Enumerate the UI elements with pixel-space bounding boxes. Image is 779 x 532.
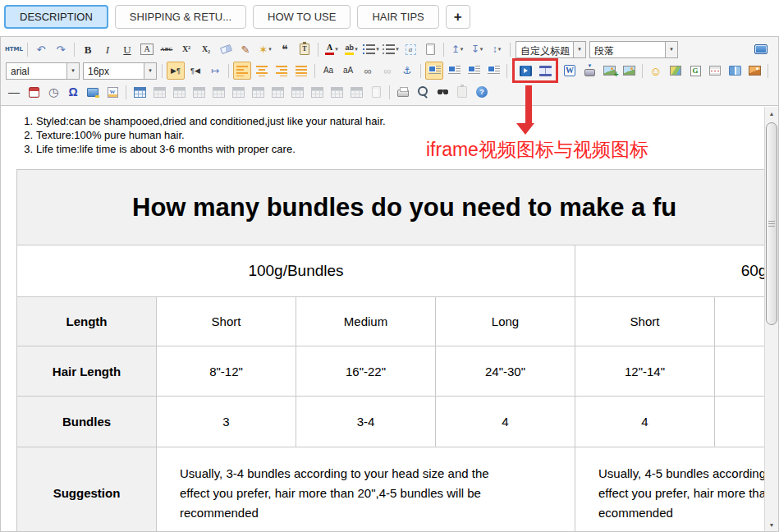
local-upload-icon[interactable] [580, 62, 598, 80]
auto-typeset-icon[interactable]: ↦ [206, 62, 224, 80]
blockquote-icon[interactable]: ❝ [276, 40, 294, 58]
table-cell[interactable]: Short [575, 297, 715, 346]
layout-columns-icon[interactable] [726, 62, 744, 80]
baidu-map-icon[interactable]: G [686, 62, 704, 80]
paragraph-spacing-top-icon[interactable]: ↥▾ [448, 40, 466, 58]
subscript-icon[interactable]: X₂ [197, 40, 215, 58]
image-map-icon[interactable] [667, 62, 685, 80]
table-cell[interactable]: 24"-30" [436, 346, 575, 397]
find-icon[interactable] [433, 83, 451, 101]
anchor-icon[interactable]: ⚓ [398, 62, 416, 80]
image-block-icon[interactable] [484, 62, 502, 80]
blank-page-icon[interactable] [421, 40, 439, 58]
rtl-icon[interactable]: ¶◀ [186, 62, 204, 80]
remote-image-icon[interactable] [745, 62, 763, 80]
table-cell[interactable]: 16"-22" [296, 346, 436, 397]
lowercase-icon[interactable]: aA [339, 62, 357, 80]
underline-icon[interactable]: U [118, 40, 136, 58]
align-center-icon[interactable] [253, 62, 271, 80]
fullscreen-icon[interactable] [752, 40, 770, 58]
ordered-list-icon[interactable]: ▾ [362, 40, 380, 58]
iframe-video-icon[interactable] [516, 62, 534, 80]
paragraph-spacing-bottom-icon[interactable]: ↧▾ [468, 40, 486, 58]
tab-shipping-retu[interactable]: SHIPPING & RETU... [115, 5, 246, 29]
batch-image-icon[interactable] [600, 62, 618, 80]
table-cell[interactable]: Medium [296, 297, 436, 346]
scrollbar-thumb[interactable] [766, 122, 777, 325]
align-left-icon[interactable] [233, 62, 251, 80]
table-cell[interactable] [715, 346, 765, 397]
remove-format-icon[interactable] [217, 40, 235, 58]
insert-table-icon[interactable] [131, 83, 149, 101]
format-painter-icon[interactable]: ✎ [236, 40, 254, 58]
editor-content[interactable]: 1.Styled:can be shampooed,dried and cond… [1, 107, 764, 531]
preview-icon[interactable] [414, 83, 432, 101]
table-cell[interactable]: 8"-12" [157, 346, 296, 397]
word-image-icon[interactable]: W [103, 83, 121, 101]
font-family-select[interactable]: arial▾ [6, 62, 80, 80]
font-style-icon[interactable]: A [138, 40, 156, 58]
font-size-select[interactable]: 16px▾ [83, 62, 157, 80]
special-char-icon[interactable]: Ω [64, 83, 82, 101]
screenshot-icon[interactable] [84, 83, 102, 101]
font-color-icon[interactable]: A▾ [323, 40, 341, 58]
align-right-icon[interactable] [273, 62, 291, 80]
page-break-icon[interactable] [706, 62, 724, 80]
table-cell[interactable]: 4 [575, 397, 715, 447]
redo-icon[interactable]: ↷ [52, 40, 70, 58]
add-tab-button[interactable]: + [446, 5, 470, 29]
table-cell[interactable]: Length [17, 297, 157, 346]
uppercase-icon[interactable]: Aa [319, 62, 337, 80]
print-icon[interactable] [394, 83, 412, 101]
content-table[interactable]: How many bundles do you need to make a f… [16, 169, 764, 531]
image-float-right-icon[interactable] [465, 62, 483, 80]
emoticon-icon[interactable]: ☺ [647, 62, 665, 80]
table-cell[interactable]: 100g/Bundles [17, 245, 575, 297]
undo-icon[interactable]: ↶ [32, 40, 50, 58]
table-cell[interactable]: Usually, 4-5 bundles according to your h… [575, 447, 765, 532]
highlight-color-icon[interactable]: ab▾ [342, 40, 360, 58]
paste-text-icon[interactable]: T [296, 40, 314, 58]
strikethrough-icon[interactable]: ABC [158, 40, 176, 58]
italic-icon[interactable]: I [99, 40, 117, 58]
table-cell[interactable]: 12"-14" [575, 346, 715, 397]
calendar-icon[interactable] [25, 83, 43, 101]
tab-how-to-use[interactable]: HOW TO USE [253, 5, 351, 29]
scroll-up-icon[interactable]: ▲ [765, 107, 778, 120]
image-icon[interactable] [620, 62, 638, 80]
table-cell[interactable] [715, 397, 765, 447]
table-cell[interactable]: Short [157, 297, 296, 346]
unordered-list-icon[interactable]: ▾ [382, 40, 400, 58]
help-icon[interactable]: ? [473, 83, 491, 101]
image-float-left-icon[interactable] [425, 62, 443, 80]
tab-description[interactable]: DESCRIPTION [4, 5, 108, 29]
table-cell[interactable]: Usually, 3-4 bundles according to your h… [157, 447, 575, 532]
scrollbar[interactable]: ▲ ▼ [764, 107, 778, 531]
video-icon[interactable] [536, 62, 554, 80]
table-cell[interactable]: Suggestion [17, 447, 157, 532]
tab-hair-tips[interactable]: HAIR TIPS [357, 5, 438, 29]
list-item[interactable]: 1.Styled:can be shampooed,dried and cond… [21, 114, 764, 128]
quick-format-icon[interactable]: ✶▾ [256, 40, 274, 58]
table-cell[interactable]: 3 [157, 397, 296, 447]
word-import-icon[interactable]: W [561, 62, 579, 80]
bold-icon[interactable]: B [79, 40, 97, 58]
named-anchor-icon[interactable]: a [401, 40, 419, 58]
custom-heading-select[interactable]: 自定义标题▾ [516, 41, 586, 58]
align-justify-icon[interactable] [292, 62, 310, 80]
ltr-icon[interactable]: ▶¶ [167, 62, 185, 80]
table-cell[interactable]: Long [436, 297, 575, 346]
image-inline-icon[interactable] [445, 62, 463, 80]
clock-icon[interactable]: ◷ [44, 83, 62, 101]
horizontal-rule-icon[interactable]: — [5, 83, 23, 101]
table-cell[interactable]: Bundles [17, 397, 157, 447]
table-cell[interactable]: 60g/Bundles [575, 245, 765, 297]
link-icon[interactable]: ∞ [359, 62, 377, 80]
html-source-icon[interactable]: HTML [5, 40, 23, 58]
superscript-icon[interactable]: X² [177, 40, 195, 58]
table-cell[interactable]: 4 [436, 397, 575, 447]
list-item[interactable]: 2.Texture:100% pure human hair. [21, 128, 764, 142]
scroll-down-icon[interactable]: ▼ [765, 518, 778, 531]
list-item[interactable]: 3.Life time:life time is about 3-6 month… [21, 142, 764, 156]
table-cell[interactable] [715, 297, 765, 346]
